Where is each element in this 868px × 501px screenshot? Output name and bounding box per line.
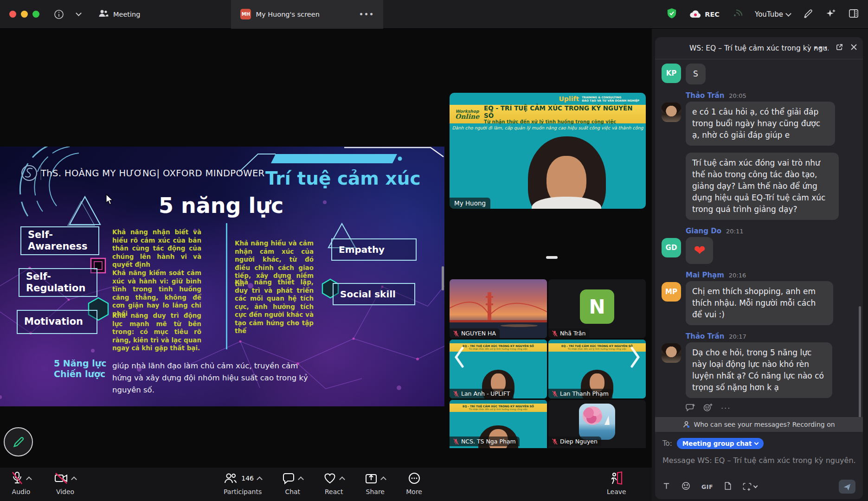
send-button[interactable] [839,480,855,494]
gif-icon[interactable]: GIF [701,483,713,490]
chat-privacy-notice[interactable]: Who can see your messages? Recording on [655,417,863,432]
chat-more-icon[interactable]: ••• [813,44,829,52]
recipient-selector[interactable]: Meeting group chat [677,438,764,449]
video-label: Video [56,488,74,495]
video-tile-diep-nguyen[interactable]: Diep Nguyen [548,400,646,448]
uplift-logo: Uplift [559,95,579,103]
slide-desc-motivation: Khả năng duy trì động lực mạnh mẽ từ bên… [112,312,201,353]
message-bubble: Trí tuệ cảm xúc đóng vai trò như thế nào… [686,153,839,220]
participant-name-tag: Lan Anh - UPLIFT [450,389,514,398]
green-pencil-icon [12,436,25,449]
react-button[interactable]: React [323,471,344,495]
annotate-pencil-icon[interactable] [803,8,813,20]
avatar: KP [662,64,681,83]
more-button[interactable]: More [406,471,422,495]
chat-message: Thảo Trần 20:05 e có 1 câu hỏi ạ, có thể… [662,91,856,146]
security-shield-icon[interactable] [667,8,677,21]
tab-options-icon[interactable]: ••• [359,10,374,19]
banner-note: Dành cho người đi làm, cấp quản lý muốn … [450,125,646,130]
annotate-button[interactable] [4,427,33,456]
sender-name[interactable]: Mai Phạm [686,271,724,279]
sender-name[interactable]: Thảo Trần [686,332,724,340]
tabs-dropdown-icon[interactable] [77,13,81,15]
format-text-icon[interactable] [662,482,670,492]
close-window-button[interactable] [9,11,16,18]
who-can-see-icon [683,421,690,428]
heart-icon [323,472,336,485]
gallery-previous-arrow[interactable] [453,345,465,371]
side-panel-icon[interactable] [849,9,859,20]
sender-name[interactable]: Giang Do [686,227,721,235]
slide-desc-social-skill: Khả năng thiết lập, duy trì và phát triể… [235,278,314,335]
workshop-brand-header: Uplift TRAINING & CONSULTING ĐÀO TẠO VÀ … [450,93,646,105]
chat-message-list[interactable]: KP S Thảo Trần 20:05 e có 1 câu hỏi ạ, c… [655,59,863,417]
leave-door-icon [610,471,624,485]
fullscreen-window-button[interactable] [32,11,39,18]
chat-options-chevron[interactable] [298,476,304,482]
video-strip-collapse-handle[interactable] [546,256,558,259]
screenshot-icon[interactable] [743,482,757,491]
audio-button[interactable]: Audio [11,471,31,495]
speaker-name-tag: My Huong [450,198,490,209]
speaker-video-tile[interactable]: Uplift TRAINING & CONSULTING ĐÀO TẠO VÀ … [450,93,646,209]
video-tile-nga-pham[interactable]: EQ - TRÍ TUỆ CẢM XÚC TRONG KỲ NGUYÊN SỐ … [450,400,547,448]
rec-label: REC [705,11,720,18]
recipient-caret-icon [754,441,759,445]
sender-name[interactable]: Thảo Trần [686,91,724,100]
audio-options-chevron[interactable] [26,476,32,482]
slide-scroll-indicator [442,266,444,290]
message-input[interactable] [662,456,855,465]
participants-button[interactable]: 146 Participants [224,471,262,495]
meeting-toolbar: Audio Video [0,468,652,501]
video-tile-nguyen-ha[interactable]: NGUYEN HA [450,279,547,338]
chat-close-icon[interactable] [850,44,857,52]
youtube-live-menu[interactable]: YouTube [755,10,791,19]
participants-options-chevron[interactable] [257,476,263,482]
minimize-window-button[interactable] [21,11,28,18]
message-bubble: S [686,64,706,84]
participant-name-tag: Nhã Trân [548,328,589,338]
chat-scrollbar[interactable] [859,306,861,417]
chat-label: Chat [285,488,300,495]
video-button[interactable]: Video [54,471,76,495]
add-reaction-icon[interactable] [703,403,713,413]
video-tile-nha-tran[interactable]: N Nhã Trân [548,279,646,338]
slide-divider-line [226,223,227,349]
participants-label: Participants [224,488,262,495]
message-bubble: Dạ cho e hỏi, trong 5 năng lực này loại … [686,342,832,398]
more-label: More [406,488,422,495]
chat-message: MP Mai Phạm 20:16 Chị em thích shopping,… [662,271,856,325]
quote-reply-icon[interactable] [686,403,695,413]
leave-button[interactable]: Leave [607,471,626,495]
chat-popout-icon[interactable] [836,43,843,53]
message-more-icon[interactable]: ··· [721,404,731,413]
gallery-next-arrow[interactable] [629,345,641,371]
screenshot-caret-icon [753,483,758,488]
chat-panel: WS: EQ – Trí tuệ cảm xúc trong kỳ ngu...… [655,37,863,499]
avatar: GD [662,238,681,257]
attach-file-icon[interactable] [724,482,732,492]
share-options-chevron[interactable] [380,476,386,482]
shared-screen-slide: ThS. HOÀNG MY HƯƠNG| OXFORD MINDPOWER 5 … [0,147,444,406]
ai-companion-icon[interactable] [826,8,836,20]
chat-button[interactable]: Chat [282,471,303,495]
workshop-script-label: Workshop Online [455,109,479,119]
chat-message: GD Giang Do 20:11 ❤ [662,227,856,264]
message-time: 20:17 [729,333,746,340]
chat-title: WS: EQ – Trí tuệ cảm xúc trong kỳ ngu... [689,44,829,52]
tab-shared-screen[interactable]: MH My Huong's screen ••• [231,0,383,29]
banner-subtitle: Từ nhận thức đến xử lý tình huống trong … [484,119,640,124]
meeting-info-icon[interactable] [53,9,64,20]
tab-meeting[interactable]: Meeting [89,0,149,29]
video-options-chevron[interactable] [71,476,77,482]
compose-toolbar: GIF [662,480,855,494]
slide-desc-self-regulation: Khả năng kiểm soát cảm xúc và hành vi: g… [112,269,201,318]
avatar-letter: N [580,289,614,324]
emoji-icon[interactable] [682,482,690,492]
participant-name-tag: Diep Nguyen [548,437,601,446]
live-stream-signal-icon [732,9,742,20]
mic-muted-icon [453,330,459,337]
share-button[interactable]: Share [365,471,386,495]
chat-bubble-icon [282,472,295,485]
react-options-chevron[interactable] [339,476,345,482]
